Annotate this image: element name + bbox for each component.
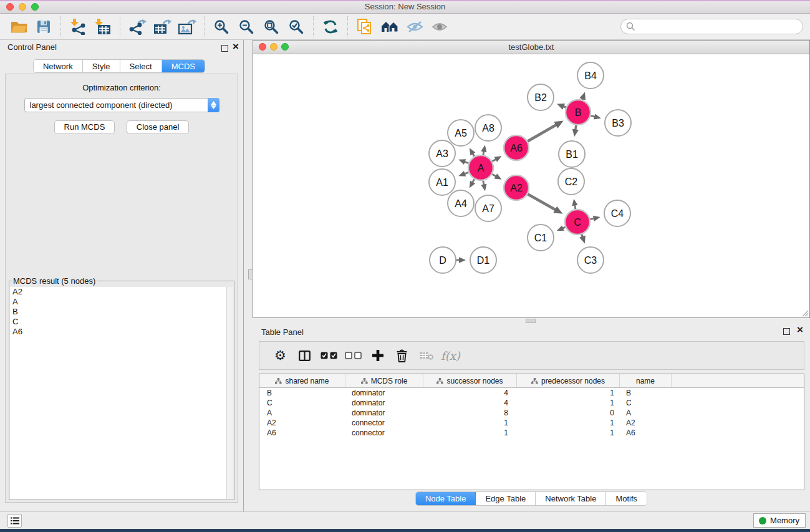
float-panel-icon[interactable] xyxy=(221,45,228,52)
deselect-all-rows-icon[interactable] xyxy=(341,343,365,368)
table-cell: 1 xyxy=(517,389,620,397)
tab-node-table[interactable]: Node Table xyxy=(416,492,476,505)
column-header-mcds-role[interactable]: MCDS role xyxy=(345,374,423,387)
graph-node-label: C4 xyxy=(611,208,624,219)
table-cell: 8 xyxy=(423,409,517,417)
table-panel: Table Panel × ⚙ f(x) xyxy=(253,324,810,511)
list-icon xyxy=(11,517,19,525)
import-network-icon[interactable] xyxy=(65,16,90,38)
zoom-in-icon[interactable] xyxy=(209,16,234,38)
refresh-view-icon[interactable] xyxy=(318,16,343,38)
graph-node-label: D xyxy=(439,255,446,266)
main-toolbar xyxy=(0,14,810,40)
graph-edge-A-A3 xyxy=(465,162,469,163)
graph-edge-arrowhead xyxy=(572,199,577,206)
table-row[interactable]: Adominator80A xyxy=(259,408,804,418)
network-window-titlebar[interactable]: testGlobe.txt xyxy=(253,41,809,54)
graph-node-label: A5 xyxy=(455,128,467,138)
table-cell: A6 xyxy=(259,428,345,437)
mcds-result-item[interactable]: C xyxy=(10,317,233,327)
memory-button[interactable]: Memory xyxy=(753,513,806,528)
horizontal-splitter-handle[interactable] xyxy=(526,319,536,323)
status-bar: Memory xyxy=(0,511,810,529)
zoom-selected-icon[interactable] xyxy=(284,16,309,38)
mcds-result-item[interactable]: A2 xyxy=(10,287,233,297)
export-table-icon[interactable] xyxy=(150,16,175,38)
table-settings-icon[interactable]: ⚙ xyxy=(268,343,292,368)
export-network-icon[interactable] xyxy=(125,16,150,38)
panel-splitter-handle[interactable] xyxy=(248,269,253,279)
mcds-result-item[interactable]: A xyxy=(10,297,233,307)
search-input[interactable] xyxy=(620,19,803,34)
table-cell: 1 xyxy=(517,399,620,407)
tab-select[interactable]: Select xyxy=(120,60,162,72)
show-all-icon[interactable] xyxy=(427,16,452,38)
column-header-shared-name[interactable]: shared name xyxy=(259,374,345,387)
graph-node-label: A3 xyxy=(436,148,448,159)
first-neighbors-icon[interactable] xyxy=(377,16,402,38)
delete-columns-icon[interactable] xyxy=(390,343,414,368)
table-row[interactable]: Bdominator41B xyxy=(259,388,804,398)
search-icon xyxy=(626,22,635,31)
tab-edge-table[interactable]: Edge Table xyxy=(476,492,536,505)
column-header-predecessor-nodes[interactable]: predecessor nodes xyxy=(517,374,620,387)
open-session-icon[interactable] xyxy=(6,16,31,38)
import-table-icon[interactable] xyxy=(90,16,115,38)
graph-node-label: B xyxy=(575,107,582,118)
mcds-result-item[interactable]: A6 xyxy=(10,327,233,337)
network-canvas[interactable]: B4B2BB3A5A8A6A3B1AA1C2A2A4A7C4CC1C3DD1 xyxy=(253,54,809,317)
toolbar-separator xyxy=(60,16,61,37)
application-window: Session: New Session xyxy=(0,0,810,532)
task-history-button[interactable] xyxy=(7,514,22,528)
select-all-rows-icon[interactable] xyxy=(317,343,341,368)
float-table-panel-icon[interactable] xyxy=(783,328,790,335)
duplicate-network-icon[interactable] xyxy=(352,16,377,38)
table-row[interactable]: Cdominator41C xyxy=(259,398,804,408)
hide-selected-icon[interactable] xyxy=(402,16,427,38)
scrollbar-track[interactable] xyxy=(226,287,233,499)
graph-edge-arrowhead xyxy=(579,236,586,244)
graph-edge-A-A2 xyxy=(492,174,496,177)
column-header-successor-nodes[interactable]: successor nodes xyxy=(423,374,517,387)
table-body: Bdominator41BCdominator41CAdominator80AA… xyxy=(259,388,804,438)
graph-node-label: C3 xyxy=(584,255,597,266)
table-cell: 1 xyxy=(517,418,620,427)
graph-edge-arrowhead xyxy=(593,216,600,221)
column-visibility-icon[interactable] xyxy=(292,343,317,368)
criterion-dropdown[interactable]: largest connected component (directed) xyxy=(24,98,219,112)
tab-motifs[interactable]: Motifs xyxy=(606,492,647,505)
delete-table-disabled-icon xyxy=(414,343,438,368)
attribute-type-icon xyxy=(531,378,538,384)
export-image-icon[interactable] xyxy=(175,16,200,38)
table-cell: B xyxy=(259,389,345,397)
table-cell: 1 xyxy=(423,418,517,427)
tab-mcds[interactable]: MCDS xyxy=(162,60,205,72)
close-panel-icon[interactable]: × xyxy=(233,41,239,53)
graph-edge-A-A6 xyxy=(492,159,496,162)
toolbar-separator xyxy=(313,16,314,37)
graph-node-label: A8 xyxy=(482,123,494,133)
tab-network[interactable]: Network xyxy=(34,60,83,72)
memory-status-icon xyxy=(759,517,766,525)
create-column-icon[interactable] xyxy=(365,343,390,368)
run-mcds-button[interactable]: Run MCDS xyxy=(54,120,115,134)
tab-network-table[interactable]: Network Table xyxy=(536,492,606,505)
close-table-panel-icon[interactable]: × xyxy=(797,324,803,336)
graph-edge-arrowhead xyxy=(459,257,466,263)
table-row[interactable]: A2connector11A2 xyxy=(259,418,804,428)
resize-grip-icon[interactable] xyxy=(801,309,809,317)
close-panel-button[interactable]: Close panel xyxy=(127,120,190,134)
table-cell: B xyxy=(620,389,672,397)
zoom-out-icon[interactable] xyxy=(234,16,259,38)
mcds-result-item[interactable]: B xyxy=(10,307,233,317)
zoom-fit-icon[interactable] xyxy=(259,16,284,38)
save-session-icon[interactable] xyxy=(31,16,56,38)
table-header-row: shared name MCDS role successor nodes pr… xyxy=(259,374,804,388)
table-row[interactable]: A6connector11A6 xyxy=(259,428,804,438)
table-cell: 1 xyxy=(423,428,517,437)
table-panel-title: Table Panel xyxy=(261,327,304,337)
tab-style[interactable]: Style xyxy=(83,60,120,72)
graph-edge-A-A7 xyxy=(483,181,484,185)
column-header-name[interactable]: name xyxy=(620,374,672,387)
table-toolbar: ⚙ f(x) xyxy=(259,341,804,370)
